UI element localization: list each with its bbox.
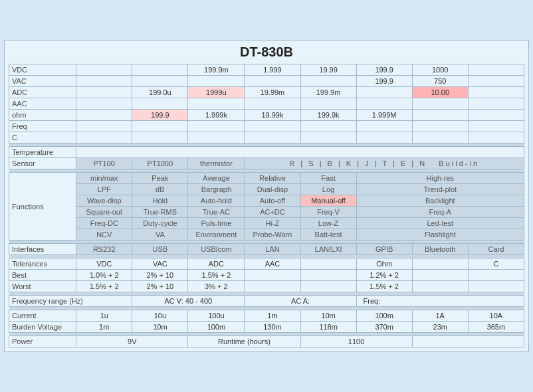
power-value: 9V <box>76 336 188 347</box>
interfaces-label: Interfaces <box>9 244 76 255</box>
vac-v1: 199.9 <box>356 76 412 87</box>
fn-batt-test: Batt-test <box>300 229 356 241</box>
runtime-value: 1100 <box>300 336 412 347</box>
burden-row: Burden Voltage 1m 10m 100m 130m 118m 370… <box>9 322 524 333</box>
freq-row: Freq <box>9 121 524 132</box>
tol-worst-vac: 2% + 10 <box>132 281 188 292</box>
sensor-thermistor: thermistor <box>188 158 245 169</box>
curr-v1: 1u <box>76 310 132 322</box>
fn-db: dB <box>132 184 188 195</box>
fn-dual-disp: Dual-disp <box>245 184 300 195</box>
functions-row-2: LPF dB Bargraph Dual-disp Log Trend-plot <box>9 184 524 195</box>
runtime-label: Runtime (hours) <box>188 336 300 347</box>
tol-worst-label: Worst <box>9 281 76 292</box>
fn-freq-v: Freq-V <box>300 207 356 218</box>
ohm-v1: 199.9 <box>132 110 188 121</box>
ohm-row: ohm 199.9 1.999k 19.99k 199.9k 1.999M <box>9 110 524 121</box>
bv-v4: 130m <box>245 322 300 333</box>
current-label: Current <box>9 310 76 322</box>
adc-v2: 1999u <box>188 87 245 98</box>
vac-v2: 750 <box>412 76 468 87</box>
frequency-row: Frequency range (Hz) AC V: 40 - 400 AC A… <box>9 296 524 307</box>
functions-label: Functions <box>9 173 76 241</box>
tol-adc-header: ADC <box>188 258 245 270</box>
fn-relative: Relative <box>245 173 300 184</box>
fn-puls-time: Puls-time <box>188 218 245 229</box>
fn-min-max: min/max <box>76 173 132 184</box>
tol-best-ohm: 1.2% + 2 <box>356 270 412 281</box>
iface-bluetooth: Bluetooth <box>412 244 468 255</box>
ohm-v2: 1.999k <box>188 110 245 121</box>
freq-ac-a: AC A: <box>245 296 356 307</box>
fn-hold: Hold <box>132 195 188 207</box>
fn-probe-warn: Probe-Warn <box>245 229 300 241</box>
curr-v5: 10m <box>300 310 356 322</box>
adc-v5: 10.00 <box>412 87 468 98</box>
tol-best-vdc: 1.0% + 2 <box>76 270 132 281</box>
bv-v5: 118m <box>300 322 356 333</box>
iface-card: Card <box>468 244 524 255</box>
tolerances-header-row: Tolerances VDC VAC ADC AAC Ohm C <box>9 258 524 270</box>
ohm-v5: 1.999M <box>356 110 412 121</box>
vdc-v1: 199.9m <box>188 64 245 76</box>
sensor-label: Sensor <box>9 158 76 169</box>
tol-worst-ohm: 1.5% + 2 <box>356 281 412 292</box>
bv-v1: 1m <box>76 322 132 333</box>
fn-manual-off: Manual-off <box>300 195 356 207</box>
fn-led-test: Led-test <box>356 218 524 229</box>
temperature-row: Temperature <box>9 147 524 158</box>
bv-v6: 370m <box>356 322 412 333</box>
tolerances-best-row: Best 1.0% + 2 2% + 10 1.5% + 2 1.2% + 2 <box>9 270 524 281</box>
curr-v8: 10A <box>468 310 524 322</box>
tol-worst-vdc: 1.5% + 2 <box>76 281 132 292</box>
ohm-label: ohm <box>9 110 76 121</box>
vdc-v4: 199.9 <box>356 64 412 76</box>
vac-label: VAC <box>9 76 76 87</box>
iface-lanlxi: LAN/LXI <box>300 244 356 255</box>
tol-vdc-header: VDC <box>76 258 132 270</box>
interfaces-row: Interfaces RS232 USB USB/com LAN LAN/LXI… <box>9 244 524 255</box>
tol-ohm-header: Ohm <box>356 258 412 270</box>
ohm-v3: 19.99k <box>245 110 300 121</box>
curr-v6: 100m <box>356 310 412 322</box>
fn-trend-plot: Trend-plot <box>356 184 524 195</box>
vdc-c1 <box>76 64 132 76</box>
functions-row-3: Wave-disp Hold Auto-hold Auto-off Manual… <box>9 195 524 207</box>
c-row: C <box>9 132 524 144</box>
power-label: Power <box>9 336 76 347</box>
bv-v7: 23m <box>412 322 468 333</box>
iface-usbcom: USB/com <box>188 244 245 255</box>
temperature-label: Temperature <box>9 147 76 158</box>
fn-duty-cycle: Duty-cycle <box>132 218 188 229</box>
vdc-v5: 1000 <box>412 64 468 76</box>
fn-true-rms: True-RMS <box>132 207 188 218</box>
fn-freq-dc: Freq-DC <box>76 218 132 229</box>
curr-v7: 1A <box>412 310 468 322</box>
freq-label: Freq <box>9 121 76 132</box>
vac-row: VAC 199.9 750 <box>9 76 524 87</box>
fn-flashlight: Flashlight <box>356 229 524 241</box>
curr-v2: 10u <box>132 310 188 322</box>
iface-gpib: GPIB <box>356 244 412 255</box>
fn-ncv: NCV <box>76 229 132 241</box>
fn-peak: Peak <box>132 173 188 184</box>
sensor-pt1000: PT1000 <box>132 158 188 169</box>
freq-ac-v: AC V: 40 - 400 <box>132 296 245 307</box>
page-title: DT-830B <box>9 45 524 60</box>
tol-best-vac: 2% + 10 <box>132 270 188 281</box>
iface-rs232: RS232 <box>76 244 132 255</box>
tol-best-label: Best <box>9 270 76 281</box>
fn-wave-disp: Wave-disp <box>76 195 132 207</box>
fn-average: Average <box>188 173 245 184</box>
tol-c-header: C <box>468 258 524 270</box>
fn-ac-dc: AC+DC <box>245 207 300 218</box>
freq-freq: Freq: <box>356 296 524 307</box>
tol-best-adc: 1.5% + 2 <box>188 270 245 281</box>
tol-aac-header: AAC <box>245 258 300 270</box>
freq-range-label: Frequency range (Hz) <box>9 296 132 307</box>
fn-va: VA <box>132 229 188 241</box>
sensor-row: Sensor PT100 PT1000 thermistor R | S | B… <box>9 158 524 169</box>
fn-log: Log <box>300 184 356 195</box>
curr-v4: 1m <box>245 310 300 322</box>
main-table: VDC 199.9m 1.999 19.99 199.9 1000 VAC 19… <box>9 64 524 347</box>
